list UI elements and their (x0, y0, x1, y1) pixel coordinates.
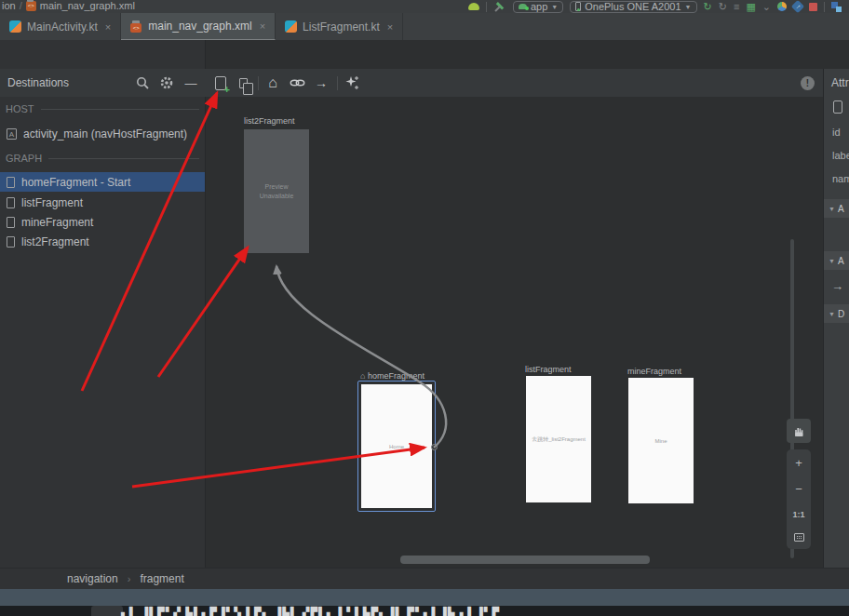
canvas-fragment-home[interactable]: Home (357, 381, 436, 512)
pan-button[interactable] (787, 419, 811, 443)
destination-label: activity_main (navHostFragment) (23, 127, 187, 141)
kotlin-file-icon (285, 20, 297, 33)
canvas-label-listfragment[interactable]: listFragment (525, 365, 572, 374)
breadcrumb-file[interactable]: main_nav_graph.xml (40, 0, 135, 11)
canvas-horizontal-scrollbar[interactable] (400, 556, 650, 564)
tab-label: main_nav_graph.xml (148, 20, 251, 33)
destination-item-activity-main[interactable]: A activity_main (navHostFragment) (0, 124, 205, 143)
status-strip (0, 589, 849, 606)
destination-label: list2Fragment (21, 235, 89, 248)
breadcrumb-separator: / (20, 0, 22, 11)
home-preview-text: Home (389, 444, 404, 449)
zoom-actual-size-button[interactable]: 1:1 (792, 510, 804, 519)
destination-item-homefragment[interactable]: homeFragment - Start (0, 172, 205, 192)
divider (258, 76, 259, 90)
tab-main-nav-graph[interactable]: <> main_nav_graph.xml × (121, 13, 276, 40)
add-action-icon[interactable]: → (313, 74, 330, 91)
build-hammer-icon[interactable] (493, 1, 506, 13)
run-coverage-icon[interactable]: ↻ (719, 0, 727, 13)
attr-field-id: id (832, 127, 841, 138)
zoom-controls: + − 1:1 (787, 449, 811, 549)
layout-inspector-icon[interactable] (831, 2, 842, 12)
action-handle[interactable] (431, 444, 438, 450)
chevron-down-icon: ▼ (685, 4, 692, 10)
attr-field-name: nam (832, 173, 849, 184)
close-icon[interactable]: × (260, 20, 265, 32)
tab-listfragment[interactable]: ListFragment.kt × (276, 13, 403, 40)
attr-section-actions[interactable]: ▼A (824, 251, 849, 270)
attributes-title: Attr (831, 76, 849, 89)
apply-changes-icon[interactable]: → (791, 0, 804, 13)
nav-graph-canvas[interactable] (205, 40, 823, 568)
preview-unavailable-text: Preview (265, 182, 289, 192)
android-icon[interactable] (468, 3, 479, 10)
stop-icon[interactable] (809, 3, 817, 11)
nav-host-icon: A (7, 128, 17, 140)
canvas-label-homefragment[interactable]: ⌂ homeFragment (360, 371, 424, 381)
canvas-fragment-list2[interactable]: Preview Unavailable (244, 129, 309, 253)
canvas-fragment-list[interactable]: 去跳转_list2Fragment (526, 376, 591, 502)
clipped-taskbar-strip: ▖▌ ▐▌▛▘▞ ▙▌▖▛▐▘▚ ▌▛▖ ▐▙▌ ▞▛▌▖▐ ▘▌▙▛▖▐▌ ▛… (0, 606, 849, 616)
zoom-in-button[interactable]: + (795, 457, 802, 469)
deep-link-icon[interactable] (289, 74, 305, 91)
canvas-label-minefragment[interactable]: mineFragment (627, 367, 681, 376)
breadcrumb-separator: › (128, 573, 131, 584)
search-icon[interactable] (134, 74, 151, 91)
close-icon[interactable]: × (387, 21, 393, 33)
nested-graph-icon[interactable] (235, 74, 251, 91)
profiler-icon[interactable] (777, 2, 787, 11)
new-destination-icon[interactable] (212, 74, 229, 91)
destination-label: mineFragment (21, 216, 93, 229)
host-section-header: HOST (6, 103, 199, 114)
run-config-dropdown[interactable]: app ▼ (513, 1, 563, 13)
destination-label: homeFragment - Start (21, 176, 130, 189)
gear-icon[interactable] (158, 74, 175, 91)
graph-section-header: GRAPH (6, 153, 199, 164)
run-toolbar: app ▼ OnePlus ONE A2001 ▼ ↻ ↻ ≡ ▦ ⌄ → (468, 0, 842, 13)
taskbar-button (91, 606, 123, 616)
hand-icon (792, 424, 805, 437)
breadcrumb[interactable]: ion / <> main_nav_graph.xml (2, 0, 135, 11)
divider (824, 2, 825, 12)
rerun-icon[interactable]: ↻ (704, 0, 712, 13)
destination-item-listfragment[interactable]: listFragment (0, 193, 205, 212)
kotlin-file-icon (9, 20, 21, 33)
vcs-fork-icon[interactable]: ⌄ (762, 0, 771, 13)
attr-section-deeplinks[interactable]: ▼D (824, 304, 849, 323)
breadcrumb-fragment[interactable]: fragment (140, 572, 183, 585)
destinations-title: Destinations (7, 76, 69, 89)
title-bar: ion / <> main_nav_graph.xml app ▼ OnePlu… (0, 0, 849, 13)
close-icon[interactable]: × (105, 21, 111, 33)
hide-panel-icon[interactable]: — (182, 74, 199, 91)
divider (486, 2, 487, 12)
android-studio-window: ion / <> main_nav_graph.xml app ▼ OnePlu… (0, 0, 849, 616)
destination-item-minefragment[interactable]: mineFragment (0, 212, 205, 232)
auto-arrange-icon[interactable] (344, 74, 360, 91)
editor-toolbar: Destinations — ⌂ → ! (0, 69, 823, 97)
attr-section-arguments[interactable]: ▼A (824, 199, 849, 218)
fragment-icon (7, 236, 15, 248)
clipped-text: ▖▌ ▐▌▛▘▞ ▙▌▖▛▐▘▚ ▌▛▖ ▐▙▌ ▞▛▌▖▐ ▘▌▙▛▖▐▌ ▛… (121, 607, 500, 616)
assign-start-icon[interactable]: ⌂ (264, 74, 281, 91)
zoom-to-fit-icon[interactable] (794, 533, 804, 542)
run-configurations-icon[interactable]: ≡ (734, 0, 739, 13)
nav-graph-file-icon: <> (130, 20, 142, 33)
breadcrumb-context[interactable]: ion (2, 0, 16, 11)
destination-label: listFragment (21, 196, 83, 209)
tab-mainactivity[interactable]: MainActivity.kt × (0, 13, 121, 40)
fragment-icon (833, 100, 842, 114)
tab-label: ListFragment.kt (303, 20, 380, 33)
device-dropdown[interactable]: OnePlus ONE A2001 ▼ (570, 1, 696, 13)
xml-file-icon: <> (26, 1, 36, 11)
attach-debugger-icon[interactable]: ▦ (746, 0, 755, 13)
breadcrumb-navigation[interactable]: navigation (67, 572, 118, 585)
zoom-out-button[interactable]: − (795, 483, 802, 495)
fragment-icon (7, 217, 15, 228)
preview-unavailable-text: Unavailable (260, 192, 294, 201)
warnings-indicator-icon[interactable]: ! (801, 76, 815, 90)
phone-icon (575, 2, 581, 11)
destination-item-list2fragment[interactable]: list2Fragment (0, 232, 205, 251)
canvas-label-list2fragment[interactable]: list2Fragment (244, 116, 295, 126)
canvas-fragment-mine[interactable]: Mine (628, 378, 694, 503)
editor-breadcrumb-bar: navigation › fragment (0, 568, 849, 589)
